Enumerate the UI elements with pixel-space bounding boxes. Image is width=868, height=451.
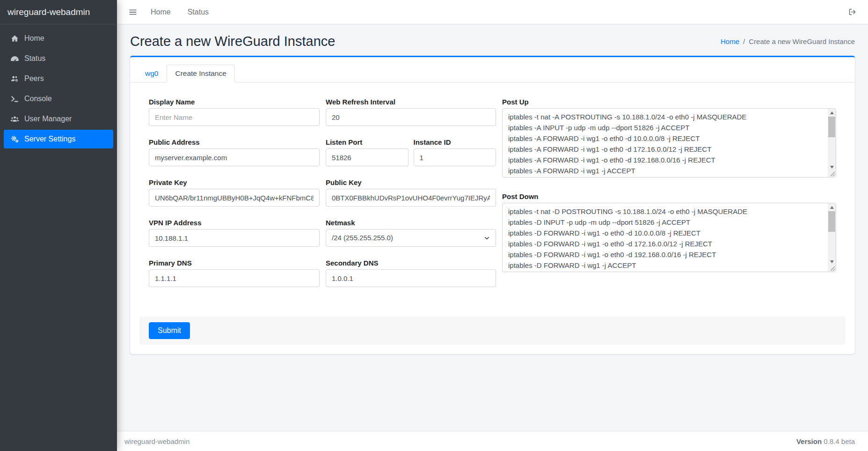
hamburger-icon — [128, 7, 138, 17]
post-up-label: Post Up — [502, 98, 836, 106]
web-refresh-input[interactable] — [326, 108, 496, 126]
public-address-group: Public Address — [149, 138, 320, 166]
public-address-input[interactable] — [149, 148, 320, 166]
primary-dns-group: Primary DNS — [149, 259, 320, 287]
breadcrumb: Home / Create a new WireGuard Instance — [721, 37, 855, 45]
primary-dns-label: Primary DNS — [149, 259, 320, 267]
sidebar-item-console[interactable]: Console — [4, 89, 113, 108]
footer-brand: wireguard-webadmin — [124, 437, 190, 445]
display-name-input[interactable] — [149, 108, 320, 126]
netmask-label: Netmask — [326, 219, 496, 227]
chevron-down-icon — [484, 235, 490, 241]
sidebar-item-user-manager[interactable]: User Manager — [4, 110, 113, 128]
private-key-group: Private Key — [149, 178, 320, 207]
terminal-icon — [7, 95, 22, 104]
netmask-selected-value: /24 (255.255.255.0) — [332, 229, 393, 246]
post-up-scrollbar[interactable] — [828, 109, 836, 177]
tab-create-instance[interactable]: Create Instance — [167, 65, 234, 82]
sidebar-item-label: Console — [24, 95, 52, 103]
display-name-group: Display Name — [149, 98, 320, 126]
primary-dns-input[interactable] — [149, 269, 320, 287]
brand[interactable]: wireguard-webadmin — [0, 0, 117, 24]
sidebar-item-server-settings[interactable]: Server Settings — [4, 130, 113, 148]
users-icon — [7, 115, 22, 124]
create-instance-pane: Display Name Public Address Private Key — [130, 82, 855, 354]
scroll-up-button[interactable] — [828, 109, 836, 116]
triangle-down-icon — [830, 166, 834, 169]
breadcrumb-current: Create a new WireGuard Instance — [749, 37, 855, 45]
page-footer: wireguard-webadmin Version 0.8.4 beta — [117, 431, 868, 451]
home-icon — [7, 34, 22, 43]
navbar-link-status[interactable]: Status — [181, 5, 215, 19]
resize-grip-icon[interactable] — [830, 171, 835, 177]
netmask-group: Netmask /24 (255.255.255.0) — [326, 219, 496, 247]
vpn-ip-label: VPN IP Address — [149, 219, 320, 227]
footer-version: Version 0.8.4 beta — [796, 437, 855, 445]
sidebar-item-label: Status — [24, 54, 45, 63]
form-column-left: Display Name Public Address Private Key — [149, 98, 320, 299]
public-key-input[interactable] — [326, 189, 496, 207]
post-up-textarea[interactable]: iptables -t nat -A POSTROUTING -s 10.188… — [502, 108, 836, 177]
tab-wg0[interactable]: wg0 — [137, 65, 167, 82]
post-down-textarea[interactable]: iptables -t nat -D POSTROUTING -s 10.188… — [502, 203, 836, 272]
scrollbar-thumb[interactable] — [828, 211, 835, 232]
main-column: Home Status Create a new WireGuard Insta… — [117, 0, 868, 451]
sidebar: wireguard-webadmin Home Status — [0, 0, 117, 451]
instance-id-input[interactable] — [414, 148, 496, 166]
top-navbar: Home Status — [117, 0, 868, 24]
private-key-label: Private Key — [149, 178, 320, 187]
post-down-label: Post Down — [502, 192, 836, 201]
listen-port-label: Listen Port — [326, 138, 408, 147]
post-up-group: Post Up iptables -t nat -A POSTROUTING -… — [502, 98, 836, 177]
public-address-label: Public Address — [149, 138, 320, 147]
instance-card: wg0 Create Instance Display Name Public — [130, 56, 855, 354]
sidebar-item-label: Peers — [24, 74, 44, 83]
post-down-wrap: iptables -t nat -D POSTROUTING -s 10.188… — [502, 203, 836, 272]
web-refresh-label: Web Refresh Interval — [326, 98, 496, 106]
vpn-ip-group: VPN IP Address — [149, 219, 320, 247]
sidebar-item-status[interactable]: Status — [4, 49, 113, 68]
scroll-down-button[interactable] — [828, 258, 836, 265]
gauge-icon — [7, 54, 22, 63]
resize-grip-icon[interactable] — [830, 266, 835, 271]
breadcrumb-home-link[interactable]: Home — [721, 37, 739, 45]
navbar-link-home[interactable]: Home — [144, 5, 177, 19]
sidebar-toggle-button[interactable] — [125, 6, 140, 19]
instance-id-group: Instance ID — [414, 138, 496, 166]
scrollbar-thumb[interactable] — [828, 117, 835, 137]
vpn-ip-input[interactable] — [149, 229, 320, 247]
instance-id-label: Instance ID — [414, 138, 496, 147]
app-root: wireguard-webadmin Home Status — [0, 0, 868, 451]
public-key-label: Public Key — [326, 178, 496, 187]
scroll-up-button[interactable] — [828, 204, 836, 211]
breadcrumb-separator: / — [743, 37, 745, 45]
private-key-input[interactable] — [149, 189, 320, 207]
post-up-wrap: iptables -t nat -A POSTROUTING -s 10.188… — [502, 108, 836, 177]
form-actions: Submit — [139, 317, 846, 345]
gears-icon — [7, 135, 22, 144]
form-column-right: Post Up iptables -t nat -A POSTROUTING -… — [502, 98, 836, 299]
instance-tabs: wg0 Create Instance — [130, 57, 855, 82]
form-column-middle: Web Refresh Interval Listen Port Instanc… — [326, 98, 496, 299]
content-header: Create a new WireGuard Instance Home / C… — [126, 24, 859, 56]
triangle-up-icon — [830, 111, 834, 114]
sidebar-item-label: User Manager — [24, 115, 72, 123]
sidebar-nav: Home Status — [0, 24, 117, 153]
sidebar-item-home[interactable]: Home — [4, 29, 113, 48]
scroll-down-button[interactable] — [828, 163, 836, 170]
web-refresh-group: Web Refresh Interval — [326, 98, 496, 126]
instance-form: Display Name Public Address Private Key — [139, 89, 846, 299]
netmask-select[interactable]: /24 (255.255.255.0) — [326, 229, 496, 247]
post-down-scrollbar[interactable] — [828, 203, 836, 272]
port-id-row: Listen Port Instance ID — [326, 138, 496, 178]
listen-port-group: Listen Port — [326, 138, 408, 166]
listen-port-input[interactable] — [326, 148, 408, 166]
post-down-group: Post Down iptables -t nat -D POSTROUTING… — [502, 192, 836, 272]
secondary-dns-group: Secondary DNS — [326, 259, 496, 287]
submit-button[interactable]: Submit — [149, 322, 190, 339]
secondary-dns-input[interactable] — [326, 269, 496, 287]
version-value: 0.8.4 beta — [824, 437, 855, 445]
sidebar-item-peers[interactable]: Peers — [4, 69, 113, 88]
triangle-up-icon — [830, 206, 834, 209]
logout-button[interactable] — [845, 6, 860, 18]
